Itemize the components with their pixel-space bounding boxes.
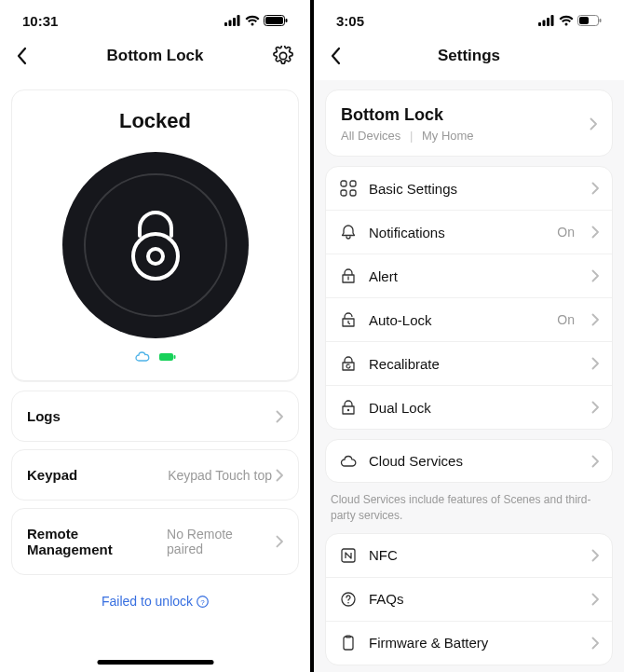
svg-point-7	[133, 234, 178, 279]
svg-rect-28	[344, 637, 353, 650]
status-indicators	[21, 351, 289, 362]
row-logs[interactable]: Logs	[11, 391, 299, 442]
chevron-right-icon	[591, 357, 599, 370]
row-alert[interactable]: Alert	[326, 254, 612, 298]
gear-icon	[273, 46, 293, 66]
chevron-right-icon	[591, 313, 599, 326]
cloud-note: Cloud Services include features of Scene…	[331, 492, 607, 524]
device-name: Bottom Lock	[341, 105, 580, 125]
svg-rect-2	[233, 18, 236, 26]
svg-rect-9	[159, 353, 173, 361]
row-faqs[interactable]: FAQs	[326, 578, 612, 622]
row-duallock[interactable]: Dual Lock	[326, 386, 612, 429]
svg-rect-0	[224, 22, 227, 26]
row-label: Alert	[369, 268, 580, 284]
row-value: No Remote paired	[167, 527, 272, 556]
status-right	[538, 15, 602, 26]
device-breadcrumb: All Devices | My Home	[341, 129, 580, 143]
row-label: Firmware & Battery	[369, 635, 580, 651]
chevron-right-icon	[591, 226, 599, 239]
row-notifications[interactable]: NotificationsOn	[326, 211, 612, 254]
row-value: On	[557, 312, 575, 327]
row-keypad[interactable]: Keypad Keypad Touch top	[11, 449, 299, 501]
row-label: Keypad	[27, 467, 77, 483]
lock-status-card: Locked	[11, 89, 299, 381]
svg-rect-19	[600, 19, 602, 22]
statusbar: 3:05	[314, 0, 624, 41]
row-label: Auto-Lock	[369, 312, 546, 328]
row-label: Dual Lock	[369, 400, 580, 416]
chevron-right-icon	[591, 455, 599, 468]
back-button[interactable]	[331, 47, 357, 65]
row-label: Cloud Services	[369, 453, 580, 469]
basic-icon	[339, 180, 358, 197]
nfc-icon	[339, 547, 358, 564]
wifi-icon	[559, 15, 574, 26]
settings-group-1: Basic SettingsNotificationsOnAlertAuto-L…	[325, 166, 613, 430]
svg-point-24	[347, 409, 349, 411]
row-label: Logs	[27, 408, 61, 424]
panel-settings: 3:05 Settings Bottom Lock All Devices | …	[314, 0, 624, 672]
row-autolock[interactable]: Auto-LockOn	[326, 298, 612, 342]
svg-rect-3	[237, 15, 240, 26]
back-button[interactable]	[17, 47, 43, 65]
wifi-icon	[245, 15, 260, 26]
svg-rect-21	[350, 181, 356, 186]
svg-text:?: ?	[200, 597, 205, 606]
chevron-right-icon	[591, 401, 599, 414]
status-time: 3:05	[336, 13, 364, 29]
page-title: Settings	[314, 47, 624, 65]
svg-rect-15	[547, 18, 549, 26]
lock-toggle[interactable]	[62, 152, 249, 338]
faqs-icon	[339, 591, 358, 608]
home-indicator[interactable]	[97, 660, 213, 665]
failed-unlock-link[interactable]: Failed to unlock ?	[0, 594, 310, 609]
statusbar: 10:31	[0, 0, 310, 41]
row-nfc[interactable]: NFC	[326, 534, 612, 578]
svg-rect-22	[341, 190, 346, 196]
recalibrate-icon	[339, 355, 358, 372]
lock-state: Locked	[21, 109, 289, 133]
svg-point-8	[148, 249, 163, 264]
row-label: Remote Management	[27, 526, 167, 557]
settings-group-3: NFCFAQsFirmware & Battery	[325, 533, 613, 665]
cloud-icon	[135, 351, 150, 362]
battery-half-icon	[577, 15, 602, 26]
settings-group-2: Cloud Services	[325, 439, 613, 483]
chevron-right-icon	[591, 269, 599, 282]
row-remote-management[interactable]: Remote Management No Remote paired	[11, 508, 299, 575]
battery-full-icon	[264, 15, 288, 26]
row-label: Basic Settings	[369, 181, 580, 197]
row-value: On	[557, 225, 575, 240]
svg-point-27	[347, 601, 349, 603]
help-icon: ?	[197, 596, 209, 608]
chevron-right-icon	[276, 535, 283, 548]
row-cloud[interactable]: Cloud Services	[326, 440, 612, 482]
navbar: Settings	[314, 41, 624, 80]
notifications-icon	[339, 224, 358, 240]
signal-icon	[538, 15, 555, 26]
row-basic[interactable]: Basic Settings	[326, 167, 612, 211]
status-time: 10:31	[22, 13, 58, 29]
chevron-right-icon	[591, 182, 599, 195]
svg-rect-20	[341, 181, 346, 186]
chevron-right-icon	[590, 117, 597, 130]
svg-rect-6	[286, 19, 288, 22]
svg-rect-5	[265, 17, 283, 24]
duallock-icon	[339, 399, 358, 416]
svg-rect-10	[173, 355, 175, 359]
chevron-right-icon	[591, 549, 599, 562]
panel-device: 10:31 Bottom Lock Locked Lo	[0, 0, 310, 672]
row-label: Notifications	[369, 225, 546, 240]
alert-icon	[339, 267, 358, 284]
row-label: Recalibrate	[369, 356, 580, 372]
svg-rect-1	[229, 21, 232, 27]
autolock-icon	[339, 311, 358, 328]
row-firmware[interactable]: Firmware & Battery	[326, 622, 612, 665]
settings-button[interactable]	[267, 46, 293, 66]
firmware-icon	[339, 635, 358, 651]
lock-icon	[127, 208, 184, 282]
row-recalibrate[interactable]: Recalibrate	[326, 342, 612, 386]
chevron-left-icon	[17, 47, 27, 65]
device-header-group[interactable]: Bottom Lock All Devices | My Home	[325, 89, 613, 157]
